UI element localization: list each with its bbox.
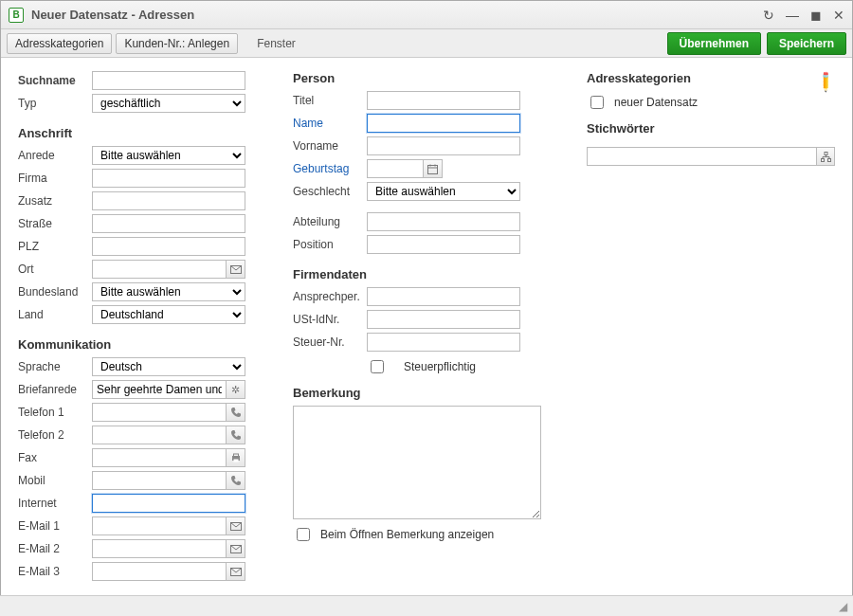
ort-input[interactable]: [92, 260, 227, 279]
fax-label: Fax: [18, 451, 92, 464]
ort-label: Ort: [18, 263, 92, 276]
strasse-label: Straße: [18, 217, 92, 230]
pencil-icon[interactable]: ✏️: [813, 68, 838, 93]
email3-input[interactable]: [92, 562, 227, 581]
ustid-input[interactable]: [367, 310, 520, 329]
strasse-input[interactable]: [92, 214, 245, 233]
anrede-label: Anrede: [18, 149, 92, 162]
adresskategorien-button[interactable]: Adresskategorien: [7, 33, 112, 54]
fax-input[interactable]: [92, 448, 227, 467]
bemerkung-textarea[interactable]: [293, 406, 541, 519]
email1-label: E-Mail 1: [18, 519, 92, 533]
name-input[interactable]: [367, 114, 520, 133]
internet-label: Internet: [18, 497, 92, 510]
sprache-label: Sprache: [18, 360, 92, 373]
steuernr-input[interactable]: [367, 333, 520, 352]
geburtstag-input[interactable]: [367, 159, 424, 178]
geburtstag-label[interactable]: Geburtstag: [293, 162, 367, 175]
vorname-input[interactable]: [367, 136, 520, 155]
phone-icon[interactable]: [227, 403, 245, 422]
app-icon: B: [9, 8, 24, 23]
sprache-select[interactable]: Deutsch: [92, 357, 245, 376]
zusatz-input[interactable]: [92, 191, 245, 210]
envelope-icon[interactable]: [227, 562, 245, 581]
suchname-input[interactable]: [92, 71, 245, 90]
kommunikation-heading: Kommunikation: [18, 337, 264, 352]
bemerkung-show-checkbox[interactable]: [297, 528, 310, 541]
bundesland-label: Bundesland: [18, 285, 92, 299]
status-bar: ◢: [0, 595, 853, 616]
mobil-input[interactable]: [92, 471, 227, 490]
steuernr-label: Steuer-Nr.: [293, 335, 367, 349]
tel1-label: Telefon 1: [18, 406, 92, 419]
kundennr-button[interactable]: Kunden-Nr.: Anlegen: [116, 33, 238, 54]
land-label: Land: [18, 308, 92, 321]
titel-label: Titel: [293, 94, 367, 107]
phone-icon[interactable]: [227, 426, 245, 444]
envelope-icon[interactable]: [227, 260, 245, 279]
neuer-datensatz-checkbox[interactable]: [590, 96, 604, 109]
ustid-label: USt-IdNr.: [293, 313, 367, 326]
vorname-label: Vorname: [293, 139, 367, 153]
fenster-menu[interactable]: Fenster: [257, 37, 296, 50]
svg-rect-18: [821, 158, 824, 161]
uebernehmen-button[interactable]: Übernehmen: [667, 32, 761, 55]
svg-rect-7: [428, 165, 438, 173]
email1-input[interactable]: [92, 516, 227, 535]
neuer-datensatz-label: neuer Datensatz: [614, 96, 698, 109]
svg-rect-17: [825, 152, 827, 154]
email3-label: E-Mail 3: [18, 565, 92, 578]
adresskategorien-heading: Adresskategorien: [587, 71, 691, 85]
steuerpflichtig-checkbox[interactable]: [371, 360, 384, 373]
envelope-icon[interactable]: [227, 539, 245, 558]
stichwoerter-heading: Stichwörter: [587, 121, 835, 136]
mobil-label: Mobil: [18, 474, 92, 487]
svg-rect-2: [233, 454, 238, 457]
minimize-icon[interactable]: —: [786, 8, 799, 23]
resize-grip-icon[interactable]: ◢: [839, 600, 847, 613]
abteilung-label: Abteilung: [293, 215, 367, 228]
firma-input[interactable]: [92, 169, 245, 188]
refresh-icon[interactable]: ↻: [763, 8, 774, 23]
tel1-input[interactable]: [92, 403, 227, 422]
sitemap-icon[interactable]: [816, 147, 835, 166]
close-icon[interactable]: ✕: [833, 8, 844, 23]
plz-label: PLZ: [18, 240, 92, 253]
internet-input[interactable]: [92, 494, 245, 513]
email2-label: E-Mail 2: [18, 542, 92, 555]
ansprech-input[interactable]: [367, 287, 520, 306]
gear-icon[interactable]: ✲: [227, 380, 245, 399]
speichern-button[interactable]: Speichern: [767, 32, 846, 55]
suchname-label: Suchname: [18, 74, 92, 87]
window-title: Neuer Datensatz - Adressen: [31, 8, 194, 22]
svg-rect-19: [827, 158, 830, 161]
position-label: Position: [293, 238, 367, 251]
calendar-icon[interactable]: [424, 159, 443, 178]
person-heading: Person: [293, 71, 558, 85]
abteilung-input[interactable]: [367, 212, 520, 231]
tel2-input[interactable]: [92, 426, 227, 444]
maximize-icon[interactable]: ◼: [810, 8, 822, 23]
envelope-icon[interactable]: [227, 516, 245, 535]
anschrift-heading: Anschrift: [18, 126, 264, 140]
typ-label: Typ: [18, 97, 92, 110]
geschlecht-label: Geschlecht: [293, 185, 367, 198]
email2-input[interactable]: [92, 539, 227, 558]
plz-input[interactable]: [92, 237, 245, 256]
geschlecht-select[interactable]: Bitte auswählen: [367, 182, 520, 201]
titel-input[interactable]: [367, 91, 520, 110]
fax-icon[interactable]: [227, 448, 245, 467]
phone-icon[interactable]: [227, 471, 245, 490]
title-bar: B Neuer Datensatz - Adressen ↻ — ◼ ✕: [1, 1, 852, 29]
briefanrede-label: Briefanrede: [18, 383, 92, 396]
steuerpflichtig-label: Steuerpflichtig: [404, 360, 476, 373]
tel2-label: Telefon 2: [18, 428, 92, 442]
stichwoerter-input[interactable]: [587, 147, 816, 166]
position-input[interactable]: [367, 235, 520, 254]
typ-select[interactable]: geschäftlich: [92, 94, 245, 113]
land-select[interactable]: Deutschland: [92, 305, 245, 324]
briefanrede-input[interactable]: [92, 380, 227, 399]
name-label[interactable]: Name: [293, 117, 367, 130]
anrede-select[interactable]: Bitte auswählen: [92, 146, 245, 165]
bundesland-select[interactable]: Bitte auswählen: [92, 282, 245, 301]
